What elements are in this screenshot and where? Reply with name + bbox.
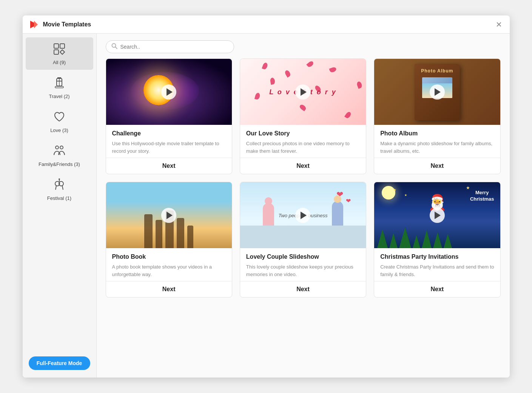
play-button-christmas[interactable] bbox=[430, 208, 445, 223]
sidebar-item-travel[interactable]: Travel (2) bbox=[26, 71, 93, 104]
app-logo-icon bbox=[29, 19, 39, 30]
card-desc-photobook: A photo book template shows your videos … bbox=[112, 263, 226, 278]
template-card-photobook[interactable]: Photo Book A photo book template shows y… bbox=[106, 182, 232, 298]
sidebar-item-festival[interactable]: Festival (1) bbox=[26, 173, 93, 206]
card-footer-challenge: Next bbox=[106, 158, 232, 174]
travel-icon bbox=[53, 77, 66, 91]
card-footer-couple: Next bbox=[240, 281, 366, 297]
card-footer-lovestory: Next bbox=[240, 158, 366, 174]
card-footer-photobook: Next bbox=[106, 281, 232, 297]
content-area: Challenge Use this Hollywood-style movie… bbox=[97, 34, 510, 378]
card-body-photobook: Photo Book A photo book template shows y… bbox=[106, 248, 232, 281]
main-content: All (9) Travel (2) bbox=[23, 34, 510, 378]
card-thumbnail-photobook bbox=[106, 182, 232, 248]
template-card-christmas[interactable]: MerryChristmas 🎅 bbox=[374, 182, 500, 298]
template-card-lovestory[interactable]: L o v e S t o r y Our Love Story Collect… bbox=[240, 58, 366, 174]
templates-grid: Challenge Use this Hollywood-style movie… bbox=[97, 58, 510, 378]
sidebar-all-label: All (9) bbox=[53, 60, 66, 65]
next-button-lovestory[interactable]: Next bbox=[246, 163, 360, 169]
love-icon bbox=[53, 111, 66, 125]
festival-icon bbox=[53, 178, 66, 193]
template-card-photoalbum[interactable]: Photo Album Photo Album Make a d bbox=[374, 58, 500, 174]
title-bar-left: Movie Templates bbox=[29, 19, 91, 30]
sidebar-family-label: Family&Friends (3) bbox=[39, 161, 80, 167]
card-title-lovestory: Our Love Story bbox=[246, 130, 360, 137]
title-bar: Movie Templates ✕ bbox=[23, 15, 510, 34]
card-body-couple: Lovely Couple Slideshow This lovely coup… bbox=[240, 248, 366, 281]
svg-rect-4 bbox=[54, 50, 59, 54]
card-thumbnail-lovestory: L o v e S t o r y bbox=[240, 59, 366, 125]
sidebar-travel-label: Travel (2) bbox=[49, 94, 69, 99]
play-button-couple[interactable] bbox=[295, 208, 310, 223]
movie-templates-window: Movie Templates ✕ All (9) bbox=[23, 15, 510, 378]
play-button-lovestory[interactable] bbox=[295, 84, 310, 100]
svg-rect-2 bbox=[54, 44, 59, 48]
card-body-challenge: Challenge Use this Hollywood-style movie… bbox=[106, 125, 232, 158]
card-body-christmas: Christmas Party Invitations Create Chris… bbox=[374, 248, 500, 281]
card-footer-christmas: Next bbox=[374, 281, 500, 297]
next-button-christmas[interactable]: Next bbox=[380, 286, 494, 293]
sidebar-love-label: Love (3) bbox=[50, 127, 68, 133]
search-bar-area bbox=[97, 34, 510, 58]
card-title-photoalbum: Photo Album bbox=[380, 130, 494, 137]
card-thumbnail-couple: ❤ ❤ Two people's business bbox=[240, 182, 366, 248]
card-body-photoalbum: Photo Album Make a dynamic photo slidesh… bbox=[374, 125, 500, 158]
play-button-photoalbum[interactable] bbox=[430, 84, 445, 100]
card-title-photobook: Photo Book bbox=[112, 253, 226, 260]
svg-point-9 bbox=[56, 146, 59, 149]
search-bar bbox=[106, 40, 234, 53]
sidebar-item-family[interactable]: Family&Friends (3) bbox=[26, 139, 93, 172]
card-desc-photoalbum: Make a dynamic photo slideshow for famil… bbox=[380, 140, 494, 155]
sidebar: All (9) Travel (2) bbox=[23, 34, 97, 378]
search-input[interactable] bbox=[120, 44, 228, 50]
full-feature-button[interactable]: Full-Feature Mode bbox=[29, 356, 90, 370]
svg-marker-1 bbox=[34, 21, 38, 28]
search-icon bbox=[111, 43, 117, 51]
family-icon bbox=[53, 144, 66, 159]
sidebar-item-all[interactable]: All (9) bbox=[26, 37, 93, 70]
next-button-couple[interactable]: Next bbox=[246, 286, 360, 293]
template-card-challenge[interactable]: Challenge Use this Hollywood-style movie… bbox=[106, 58, 232, 174]
svg-point-10 bbox=[60, 146, 63, 149]
next-button-photobook[interactable]: Next bbox=[112, 286, 226, 293]
sidebar-festival-label: Festival (1) bbox=[47, 195, 71, 201]
svg-rect-8 bbox=[55, 86, 63, 88]
next-button-challenge[interactable]: Next bbox=[112, 163, 226, 169]
card-desc-challenge: Use this Hollywood-style movie trailer t… bbox=[112, 140, 226, 155]
card-desc-couple: This lovely couple slideshow keeps your … bbox=[246, 263, 360, 278]
card-body-lovestory: Our Love Story Collect precious photos i… bbox=[240, 125, 366, 158]
template-card-couple[interactable]: ❤ ❤ Two people's business bbox=[240, 182, 366, 298]
card-title-christmas: Christmas Party Invitations bbox=[380, 253, 494, 260]
card-thumbnail-christmas: MerryChristmas 🎅 bbox=[374, 182, 500, 248]
play-button-challenge[interactable] bbox=[161, 84, 176, 100]
close-button[interactable]: ✕ bbox=[495, 20, 504, 29]
sidebar-item-love[interactable]: Love (3) bbox=[26, 105, 93, 138]
svg-rect-3 bbox=[60, 44, 65, 48]
card-thumbnail-challenge bbox=[106, 59, 232, 125]
next-button-photoalbum[interactable]: Next bbox=[380, 163, 494, 169]
card-title-challenge: Challenge bbox=[112, 130, 226, 137]
play-button-photobook[interactable] bbox=[161, 208, 176, 223]
svg-line-15 bbox=[115, 47, 117, 49]
card-desc-lovestory: Collect precious photos in one video mem… bbox=[246, 140, 360, 155]
grid-icon bbox=[53, 43, 66, 57]
card-title-couple: Lovely Couple Slideshow bbox=[246, 253, 360, 260]
card-desc-christmas: Create Christmas Party Invitations and s… bbox=[380, 263, 494, 278]
window-title: Movie Templates bbox=[43, 21, 91, 28]
card-thumbnail-photoalbum: Photo Album bbox=[374, 59, 500, 125]
card-footer-photoalbum: Next bbox=[374, 158, 500, 174]
svg-point-13 bbox=[59, 178, 60, 180]
